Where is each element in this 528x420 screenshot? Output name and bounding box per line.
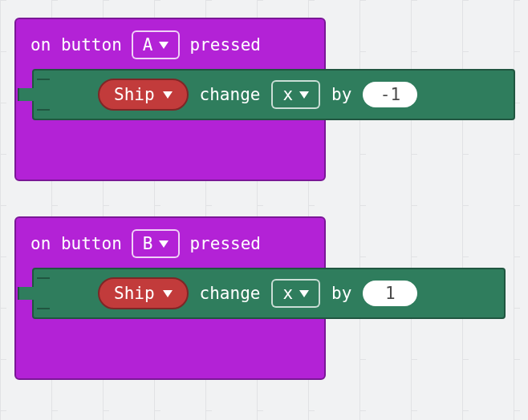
- button-dropdown[interactable]: A: [132, 30, 181, 59]
- sprite-change-block[interactable]: Ship change x by -1: [32, 69, 515, 120]
- event-block-header: on button A pressed: [16, 19, 324, 69]
- property-dropdown[interactable]: x: [271, 80, 320, 109]
- event-block-body: Ship change x by 1: [34, 268, 318, 319]
- chevron-down-icon: [159, 240, 169, 248]
- event-block-header: on button B pressed: [16, 218, 324, 268]
- by-label: by: [331, 284, 351, 303]
- property-dropdown-value: x: [282, 284, 293, 303]
- event-block-on-button-a[interactable]: on button A pressed Ship change x by -1: [14, 18, 326, 181]
- event-block-on-button-b[interactable]: on button B pressed Ship change x by 1: [14, 216, 326, 380]
- property-dropdown-value: x: [282, 85, 293, 104]
- property-dropdown[interactable]: x: [271, 279, 320, 308]
- sprite-dropdown-value: Ship: [114, 85, 155, 104]
- change-verb-label: change: [200, 284, 261, 303]
- sprite-dropdown-value: Ship: [114, 284, 155, 303]
- event-prefix-label: on button: [30, 35, 122, 55]
- event-suffix-label: pressed: [189, 35, 261, 55]
- button-dropdown-value: A: [143, 35, 153, 55]
- value-input[interactable]: -1: [363, 82, 417, 107]
- sprite-change-block[interactable]: Ship change x by 1: [32, 268, 506, 319]
- blocks-workspace[interactable]: on button A pressed Ship change x by -1: [0, 0, 528, 420]
- chevron-down-icon: [163, 91, 173, 99]
- chevron-down-icon: [299, 290, 309, 297]
- chevron-down-icon: [299, 91, 309, 99]
- event-prefix-label: on button: [30, 234, 122, 253]
- sprite-dropdown[interactable]: Ship: [98, 277, 189, 309]
- change-verb-label: change: [200, 85, 261, 104]
- chevron-down-icon: [159, 42, 169, 49]
- button-dropdown-value: B: [143, 234, 153, 253]
- button-dropdown[interactable]: B: [132, 229, 181, 258]
- chevron-down-icon: [163, 290, 173, 297]
- event-suffix-label: pressed: [189, 234, 261, 253]
- sprite-dropdown[interactable]: Ship: [98, 79, 189, 111]
- event-block-body: Ship change x by -1: [34, 69, 318, 120]
- value-input[interactable]: 1: [363, 281, 417, 306]
- by-label: by: [331, 85, 351, 104]
